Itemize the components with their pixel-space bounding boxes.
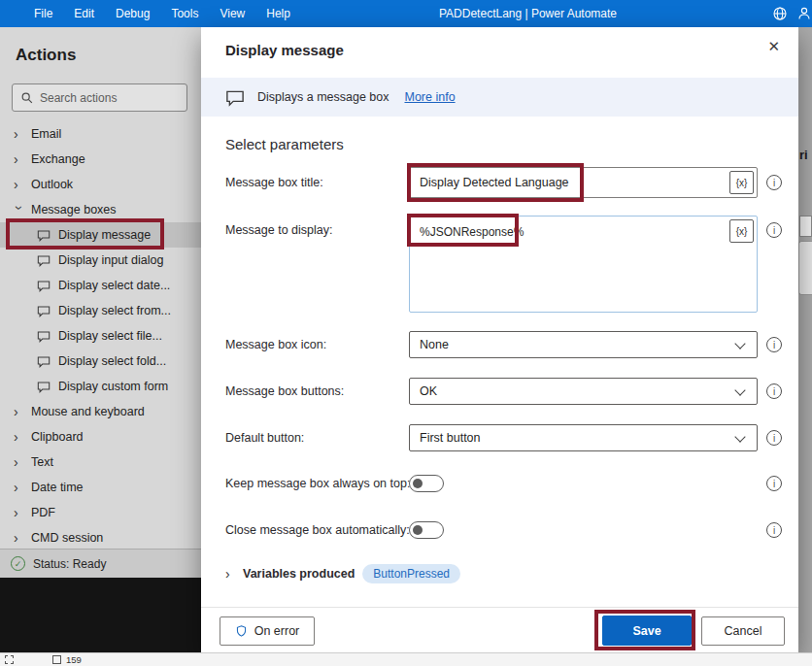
sidebar-item-label: Display custom form xyxy=(58,380,168,393)
sidebar-item-label: Display input dialog xyxy=(58,253,163,267)
default-button-label: Default button: xyxy=(225,431,304,445)
sidebar-item-email[interactable]: ›Email xyxy=(0,121,201,147)
message-to-display-textarea[interactable]: %JSONResponse% {x} xyxy=(409,216,758,313)
auto-close-toggle[interactable] xyxy=(409,521,444,539)
search-actions-box[interactable] xyxy=(12,83,187,112)
save-button[interactable]: Save xyxy=(602,616,692,646)
sidebar-item-pdf[interactable]: ›PDF xyxy=(0,500,201,525)
globe-icon[interactable] xyxy=(772,6,788,21)
chevron-down-icon: › xyxy=(13,206,26,216)
sidebar-item-message-boxes[interactable]: ›Message boxes xyxy=(0,197,201,222)
status-count: 159 xyxy=(66,654,82,665)
menu-item-tools[interactable]: Tools xyxy=(160,0,209,27)
menu-item-edit[interactable]: Edit xyxy=(63,0,105,27)
toggle-knob xyxy=(413,525,423,535)
background-fragment-text: ri xyxy=(799,148,808,162)
info-icon[interactable]: i xyxy=(766,175,782,190)
status-ready-icon: ✓ xyxy=(11,556,25,571)
sidebar-item-label: Exchange xyxy=(31,152,85,166)
sidebar-item-display-message[interactable]: Display message xyxy=(0,222,201,248)
sidebar-item-date-time[interactable]: ›Date time xyxy=(0,475,201,500)
sidebar-item-exchange[interactable]: ›Exchange xyxy=(0,147,201,172)
on-error-label: On error xyxy=(254,624,300,638)
info-icon[interactable]: i xyxy=(766,222,782,238)
cancel-button[interactable]: Cancel xyxy=(701,616,785,646)
account-icon[interactable] xyxy=(796,6,812,21)
menu-item-help[interactable]: Help xyxy=(255,0,301,27)
window-icon[interactable] xyxy=(52,655,61,664)
shield-icon xyxy=(235,624,248,638)
message-box-icon xyxy=(225,87,245,107)
chevron-right-icon: › xyxy=(14,455,23,469)
sidebar-item-label: Display select date... xyxy=(58,279,170,292)
message-box-title-input[interactable]: Display Detected Language {x} xyxy=(409,167,758,198)
window-status-bar: 159 xyxy=(0,652,812,666)
sidebar-item-label: Display select fold... xyxy=(58,354,166,368)
footer-divider xyxy=(201,607,798,608)
chevron-right-icon: › xyxy=(14,127,23,141)
sidebar-item-cmd-session[interactable]: ›CMD session xyxy=(0,525,201,549)
status-text: Status: Ready xyxy=(33,557,106,571)
info-icon[interactable]: i xyxy=(766,430,782,446)
background-fragment xyxy=(798,241,812,295)
sidebar-item-label: Text xyxy=(31,455,53,469)
info-icon[interactable]: i xyxy=(766,476,782,491)
sidebar-item-label: Mouse and keyboard xyxy=(31,405,145,418)
sidebar-item-outlook[interactable]: ›Outlook xyxy=(0,172,201,197)
more-info-link[interactable]: More info xyxy=(404,90,455,104)
message-box-icon-select[interactable]: None xyxy=(409,331,758,358)
selection-icon[interactable] xyxy=(5,655,14,664)
banner-text: Displays a message box xyxy=(257,90,389,104)
close-icon[interactable]: ✕ xyxy=(767,38,780,55)
chevron-right-icon: › xyxy=(14,430,23,444)
sidebar-item-display-select-date[interactable]: Display select date... xyxy=(0,273,201,298)
search-actions-input[interactable] xyxy=(40,91,190,105)
chevron-down-icon xyxy=(734,338,745,349)
sidebar-item-label: Display select from... xyxy=(58,304,171,317)
menubar-icons xyxy=(772,6,812,21)
message-box-icon xyxy=(37,253,51,267)
auto-close-label: Close message box automatically: xyxy=(225,523,410,537)
message-box-buttons-label: Message box buttons: xyxy=(225,384,344,398)
info-icon[interactable]: i xyxy=(766,522,782,538)
sidebar-item-display-select-file[interactable]: Display select file... xyxy=(0,323,201,349)
flow-status-bar: ✓ Status: Ready xyxy=(0,549,201,578)
message-box-icon xyxy=(37,380,51,393)
dialog-title: Display message xyxy=(225,42,344,58)
message-box-buttons-select[interactable]: OK xyxy=(409,378,758,405)
message-box-title-label: Message box title: xyxy=(225,176,323,189)
info-icon[interactable]: i xyxy=(766,337,782,352)
variables-produced-row[interactable]: › Variables produced ButtonPressed xyxy=(225,564,460,583)
menu-item-debug[interactable]: Debug xyxy=(105,0,160,27)
sidebar-item-label: Email xyxy=(31,127,61,141)
default-button-select[interactable]: First button xyxy=(409,424,758,451)
keep-on-top-toggle[interactable] xyxy=(409,475,444,492)
message-box-title-value: Display Detected Language xyxy=(420,176,569,189)
actions-panel: Actions ›Email›Exchange›Outlook›Message … xyxy=(0,27,201,578)
variable-picker-button[interactable]: {x} xyxy=(729,219,754,243)
message-box-icon xyxy=(37,354,51,368)
info-icon[interactable]: i xyxy=(766,383,782,399)
sidebar-item-label: Date time xyxy=(31,481,84,494)
sidebar-item-display-custom-form[interactable]: Display custom form xyxy=(0,374,201,399)
sidebar-item-label: CMD session xyxy=(31,531,103,545)
sidebar-item-label: Display select file... xyxy=(58,329,162,343)
sidebar-item-text[interactable]: ›Text xyxy=(0,450,201,475)
sidebar-item-label: Outlook xyxy=(31,178,73,191)
sidebar-item-display-input-dialog[interactable]: Display input dialog xyxy=(0,248,201,273)
power-automate-window: FileEditDebugToolsViewHelp PADDetectLang… xyxy=(0,0,812,666)
sidebar-item-display-select-from[interactable]: Display select from... xyxy=(0,298,201,323)
sidebar-item-mouse-and-keyboard[interactable]: ›Mouse and keyboard xyxy=(0,399,201,424)
variable-picker-button[interactable]: {x} xyxy=(729,171,754,194)
chevron-down-icon xyxy=(734,431,745,442)
toggle-knob xyxy=(413,479,423,488)
on-error-button[interactable]: On error xyxy=(220,616,315,646)
sidebar-item-display-select-fold[interactable]: Display select fold... xyxy=(0,349,201,374)
menu-item-view[interactable]: View xyxy=(209,0,255,27)
menu-item-file[interactable]: File xyxy=(23,0,63,27)
chevron-right-icon: › xyxy=(14,506,23,519)
sidebar-item-clipboard[interactable]: ›Clipboard xyxy=(0,424,201,450)
variable-pill[interactable]: ButtonPressed xyxy=(362,564,460,583)
chevron-right-icon: › xyxy=(225,567,235,581)
sidebar-item-label: Display message xyxy=(58,228,151,242)
